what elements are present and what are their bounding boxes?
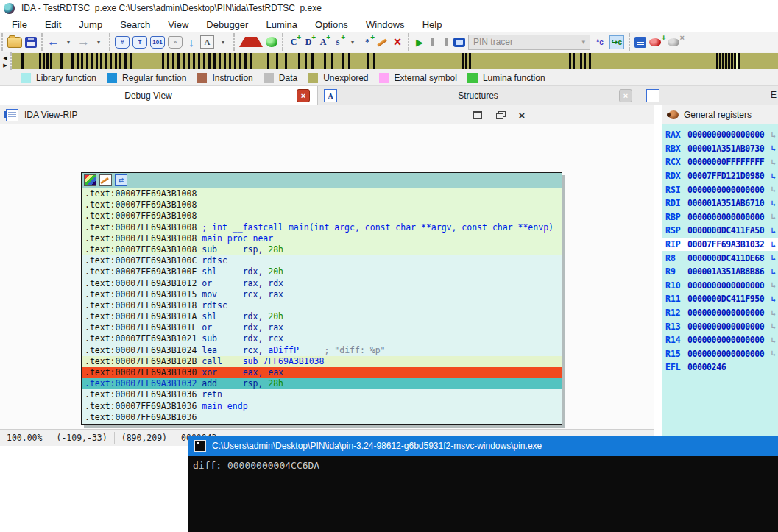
follow-pointer-icon[interactable]: ↳ (771, 130, 776, 140)
follow-pointer-icon[interactable]: ↳ (771, 280, 776, 290)
save-button[interactable] (25, 37, 37, 48)
registers-header[interactable]: General registers (662, 105, 778, 125)
register-value[interactable]: 00000000FFFFFFFF (687, 157, 764, 167)
disasm-line[interactable]: .text:00007FF69A3B1008 main proc near (82, 233, 562, 244)
disasm-line[interactable]: .text:00007FF69A3B1021 sub rdx, rcx (82, 333, 562, 344)
back-dropdown[interactable]: ▾ (63, 35, 74, 49)
ida-view-header[interactable]: IDA View-RIP × (0, 105, 654, 125)
register-row-r11[interactable]: R110000000DC411F950↳ (662, 292, 778, 306)
follow-pointer-icon[interactable]: ↳ (771, 349, 776, 358)
register-row-rdx[interactable]: RDX00007FFD121D0980↳ (662, 169, 778, 183)
forward-dropdown[interactable]: ▾ (93, 35, 105, 49)
make-array-button[interactable]: * (361, 36, 373, 49)
disasm-line[interactable]: .text:00007FF69A3B101E or rdx, rax (82, 322, 562, 333)
disassembly-canvas[interactable]: ⇄ .text:00007FF69A3B1008 .text:00007FF69… (0, 124, 654, 429)
close-ida-view-button[interactable]: × (511, 108, 533, 121)
console-titlebar[interactable]: C:\Users\admin\Desktop\PIN\ida\pin-3.24-… (188, 436, 778, 456)
debug-pause-button[interactable] (431, 38, 448, 46)
menu-edit[interactable]: Edit (36, 19, 70, 30)
follow-pointer-icon[interactable]: ↳ (771, 336, 776, 345)
register-value[interactable]: 00007FFD121D0980 (687, 171, 764, 181)
disasm-line[interactable]: .text:00007FF69A3B1015 mov rcx, rax (82, 289, 562, 300)
trace-settings-icon[interactable]: ⇄ (115, 174, 127, 186)
follow-pointer-icon[interactable]: ↳ (771, 157, 776, 167)
navband-scroll-arrows[interactable]: ◀ ▶ (0, 52, 12, 70)
register-row-efl[interactable]: EFL00000246 (662, 361, 778, 375)
add-breakpoint-button[interactable] (649, 38, 661, 46)
follow-pointer-icon[interactable]: ↳ (771, 185, 776, 194)
jump-button[interactable]: ↓ (185, 35, 197, 49)
disasm-line[interactable]: .text:00007FF69A3B1008 sub rsp, 28h (82, 244, 562, 255)
tab-debug-view[interactable]: Debug View × (0, 86, 318, 105)
register-row-rsp[interactable]: RSP0000000DC411FA50↳ (662, 224, 778, 238)
register-value[interactable]: 00007FF69A3B1032 (687, 239, 764, 249)
register-row-r13[interactable]: R130000000000000000↳ (662, 319, 778, 333)
register-value[interactable]: 0000000000000000 (687, 130, 764, 140)
debug-stop-button[interactable] (453, 38, 465, 47)
disassembly-listing[interactable]: .text:00007FF69A3B1008 .text:00007FF69A3… (82, 188, 562, 424)
disasm-line[interactable]: .text:00007FF69A3B100C rdtsc (82, 255, 562, 266)
debug-continue-button[interactable]: ▶ (414, 35, 425, 49)
disasm-line[interactable]: .text:00007FF69A3B1008 (82, 188, 562, 199)
close-structures-button[interactable]: × (619, 89, 632, 102)
register-row-rsi[interactable]: RSI0000000000000000↳ (662, 182, 778, 196)
register-value[interactable]: 0000000000000000 (687, 280, 764, 291)
register-value[interactable]: 0000000000000000 (687, 308, 764, 318)
follow-pointer-icon[interactable]: ↳ (771, 267, 776, 277)
menu-jump[interactable]: Jump (70, 19, 111, 30)
menu-options[interactable]: Options (306, 19, 357, 30)
search-text-button[interactable]: T (132, 36, 147, 49)
disasm-line[interactable]: .text:00007FF69A3B101A shl rdx, 20h (82, 311, 562, 322)
register-row-r9[interactable]: R9000001A351AB8B86↳ (662, 265, 778, 279)
register-row-r14[interactable]: R140000000000000000↳ (662, 333, 778, 347)
register-row-rcx[interactable]: RCX00000000FFFFFFFF↳ (662, 155, 778, 169)
problems-button[interactable] (239, 37, 263, 47)
disasm-line[interactable]: .text:00007FF69A3B1032 add rsp, 28h (82, 378, 562, 389)
register-value[interactable]: 0000000DC411FA50 (687, 225, 764, 235)
register-row-r10[interactable]: R100000000000000000↳ (662, 279, 778, 293)
follow-pointer-icon[interactable]: ↳ (771, 226, 776, 235)
register-value[interactable]: 0000000DC411DE68 (687, 253, 764, 263)
search-address-button[interactable]: # (115, 36, 130, 49)
disassembly-window-header[interactable]: ⇄ (82, 173, 562, 188)
tab-structures[interactable]: A Structures × (318, 86, 640, 105)
text-style-button[interactable]: A (200, 35, 214, 49)
register-value[interactable]: 0000000000000000 (687, 349, 764, 359)
debugger-windows-button[interactable] (634, 37, 646, 48)
follow-pointer-icon[interactable]: ↳ (771, 294, 776, 304)
follow-pointer-icon[interactable]: ↳ (771, 143, 776, 153)
disasm-line[interactable]: .text:00007FF69A3B1024 lea rcx, aDiffP ;… (82, 345, 562, 356)
disasm-line[interactable]: .text:00007FF69A3B100E shl rdx, 20h (82, 266, 562, 277)
register-value[interactable]: 000001A351AB0730 (687, 143, 764, 154)
palette-icon[interactable] (84, 174, 96, 186)
text-style-dropdown[interactable]: ▾ (217, 35, 229, 49)
navband-track[interactable] (12, 53, 778, 69)
tab-enums[interactable] (640, 86, 778, 105)
follow-pointer-icon[interactable]: ↳ (771, 240, 776, 249)
maximize-button[interactable] (467, 108, 489, 121)
follow-pointer-icon[interactable]: ↳ (771, 322, 776, 331)
make-struct-button[interactable]: A (317, 36, 329, 49)
follow-pointer-icon[interactable]: ↳ (771, 199, 776, 208)
edit-pencil-icon[interactable] (99, 174, 112, 186)
disasm-line[interactable]: .text:00007FF69A3B1036 (82, 412, 562, 423)
step-into-button[interactable]: *c (593, 36, 607, 49)
register-value[interactable]: 000001A351AB6710 (687, 198, 764, 208)
register-value[interactable]: 00000246 (687, 362, 726, 372)
register-value[interactable]: 0000000000000000 (687, 322, 764, 332)
register-row-rdi[interactable]: RDI000001A351AB6710↳ (662, 196, 778, 210)
make-code-button[interactable]: C (288, 36, 300, 49)
disasm-line[interactable]: .text:00007FF69A3B1008 (82, 199, 562, 210)
register-value[interactable]: 0000000000000000 (687, 335, 764, 345)
delete-breakpoint-button[interactable] (668, 38, 679, 46)
analysis-indicator[interactable] (266, 37, 277, 47)
navband-left-arrow-icon[interactable]: ◀ (3, 54, 7, 61)
menu-windows[interactable]: Windows (357, 19, 414, 30)
register-row-r15[interactable]: R150000000000000000↳ (662, 347, 778, 361)
close-debug-view-button[interactable]: × (297, 89, 310, 102)
register-row-r12[interactable]: R120000000000000000↳ (662, 306, 778, 320)
tracer-combo[interactable]: PIN tracer▾ (468, 35, 590, 50)
undefine-button[interactable]: × (392, 35, 403, 49)
register-row-r8[interactable]: R80000000DC411DE68↳ (662, 251, 778, 265)
follow-pointer-icon[interactable]: ↳ (771, 253, 776, 263)
